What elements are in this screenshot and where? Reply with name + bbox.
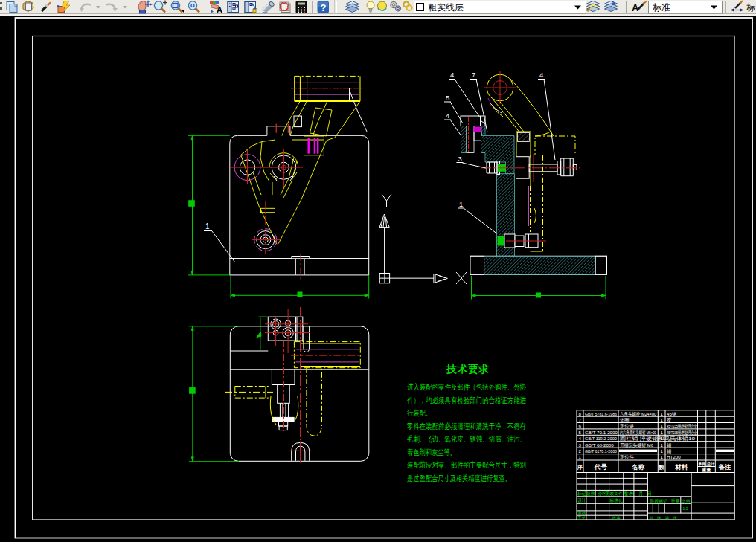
svg-text:45/T235钢/热处理合金: 45/T235钢/热处理合金 <box>667 430 698 436</box>
svg-text:备注: 备注 <box>718 463 732 471</box>
svg-text:比例: 比例 <box>682 499 691 504</box>
svg-text:毛刺、飞边、氧化皮、锈蚀、切屑、油污、: 毛刺、飞边、氧化皮、锈蚀、切屑、油污、 <box>407 434 526 443</box>
svg-text:A: A <box>217 5 222 14</box>
svg-text:内六角圆柱头螺钉 M5×20: 内六角圆柱头螺钉 M5×20 <box>620 430 656 436</box>
svg-text:数: 数 <box>658 464 664 471</box>
svg-text:行装配。: 行装配。 <box>407 408 432 417</box>
svg-text:粗实线层: 粗实线层 <box>428 2 464 13</box>
svg-text:7: 7 <box>472 71 475 79</box>
svg-text:GB/T 119.2-2000: GB/T 119.2-2000 <box>585 436 618 441</box>
svg-text:装配前应对零、部件的主要配合尺寸，特别: 装配前应对零、部件的主要配合尺寸，特别 <box>407 460 526 469</box>
svg-text:1: 1 <box>205 222 210 230</box>
svg-text:GB/T 68-2000: GB/T 68-2000 <box>585 442 614 448</box>
svg-text:代号: 代号 <box>594 463 608 471</box>
svg-text:标准化: 标准化 <box>609 498 624 503</box>
svg-text:垫圈: 垫圈 <box>620 417 629 423</box>
svg-text:1: 1 <box>661 423 664 428</box>
svg-text:1: 1 <box>661 436 664 441</box>
svg-text:1: 1 <box>661 442 664 448</box>
svg-text:45/T235钢/热处理合金: 45/T235钢/热处理合金 <box>667 423 698 429</box>
svg-text:重量: 重量 <box>671 498 680 503</box>
svg-text:阶段标记: 阶段标记 <box>650 498 667 504</box>
svg-text:4: 4 <box>450 71 454 79</box>
svg-text:45钢: 45钢 <box>667 411 676 416</box>
svg-text:工艺: 工艺 <box>577 515 586 520</box>
svg-text:5: 5 <box>446 94 449 102</box>
svg-text:1: 1 <box>661 430 664 435</box>
svg-text:1: 1 <box>661 454 664 459</box>
svg-text:处数: 处数 <box>586 491 595 497</box>
svg-text:GB/T 6170.1-2000: GB/T 6170.1-2000 <box>585 448 617 454</box>
svg-text:3: 3 <box>458 155 462 163</box>
svg-text:7: 7 <box>579 417 582 422</box>
svg-text:钢: 钢 <box>666 448 671 454</box>
svg-text:标: 标 <box>746 2 756 13</box>
svg-text:技术要求: 技术要求 <box>446 364 490 375</box>
svg-text:共: 共 <box>650 516 654 520</box>
svg-text:4: 4 <box>446 112 449 120</box>
svg-text:8: 8 <box>579 411 582 416</box>
svg-text:A: A <box>632 2 639 13</box>
svg-text:1: 1 <box>459 200 463 208</box>
svg-text:名称: 名称 <box>631 463 645 471</box>
svg-text:序: 序 <box>577 464 583 471</box>
svg-text:件），均必须具有检验部门的合格证方能进: 件），均必须具有检验部门的合格证方能进 <box>407 396 526 404</box>
svg-text:1:2: 1:2 <box>683 506 688 511</box>
svg-text:1: 1 <box>579 454 582 459</box>
svg-text:批准: 批准 <box>612 516 621 521</box>
svg-text:总计: 总计 <box>706 462 715 467</box>
svg-text:材料: 材料 <box>674 463 688 471</box>
svg-text:1: 1 <box>661 411 664 416</box>
svg-text:定位件: 定位件 <box>620 454 634 460</box>
svg-text:钢: 钢 <box>666 442 671 448</box>
svg-text:进入装配的零件及部件（包括外购件、外协: 进入装配的零件及部件（包括外购件、外协 <box>407 382 526 391</box>
svg-text:开槽沉头螺钉 M6: 开槽沉头螺钉 M6 <box>620 442 654 448</box>
svg-text:2: 2 <box>579 448 582 454</box>
svg-text:重量: 重量 <box>702 467 711 472</box>
svg-text:着色剂和灰尘等。: 着色剂和灰尘等。 <box>407 448 456 456</box>
svg-text:设计: 设计 <box>577 497 586 503</box>
svg-text:?: ? <box>321 2 327 13</box>
svg-text:GB/T 70.1-2000: GB/T 70.1-2000 <box>585 430 618 435</box>
svg-text:标记: 标记 <box>577 491 586 497</box>
svg-text:3: 3 <box>579 442 582 448</box>
svg-text:第: 第 <box>665 516 670 520</box>
svg-text:是过盈配合尺寸及相关精度进行复查。: 是过盈配合尺寸及相关精度进行复查。 <box>407 474 511 483</box>
svg-text:张: 张 <box>673 516 677 521</box>
svg-text:单件: 单件 <box>698 462 706 466</box>
svg-text:6: 6 <box>579 423 582 428</box>
svg-text:圆柱销-淬硬钢和马氏体销10: 圆柱销-淬硬钢和马氏体销10 <box>620 436 696 442</box>
svg-text:5: 5 <box>579 430 582 435</box>
svg-text:定位键: 定位键 <box>620 423 634 429</box>
svg-text:4: 4 <box>579 436 582 441</box>
svg-text:HT200: HT200 <box>667 454 681 459</box>
svg-text:标准: 标准 <box>653 2 670 13</box>
svg-text:1: 1 <box>661 417 664 422</box>
svg-text:年、月、日: 年、月、日 <box>630 491 652 497</box>
svg-text:审核: 审核 <box>577 510 586 515</box>
svg-text:GB/T 5781.6-1986: GB/T 5781.6-1986 <box>585 411 617 416</box>
svg-text:胶: 胶 <box>667 417 671 422</box>
svg-text:六角头螺栓 M24×80: 六角头螺栓 M24×80 <box>620 411 656 417</box>
svg-text:张: 张 <box>657 516 662 521</box>
svg-text:零件在装配前必须清理和清洗干净，不得有: 零件在装配前必须清理和清洗干净，不得有 <box>407 422 526 430</box>
svg-text:4: 4 <box>539 71 543 79</box>
svg-text:1: 1 <box>661 448 664 454</box>
